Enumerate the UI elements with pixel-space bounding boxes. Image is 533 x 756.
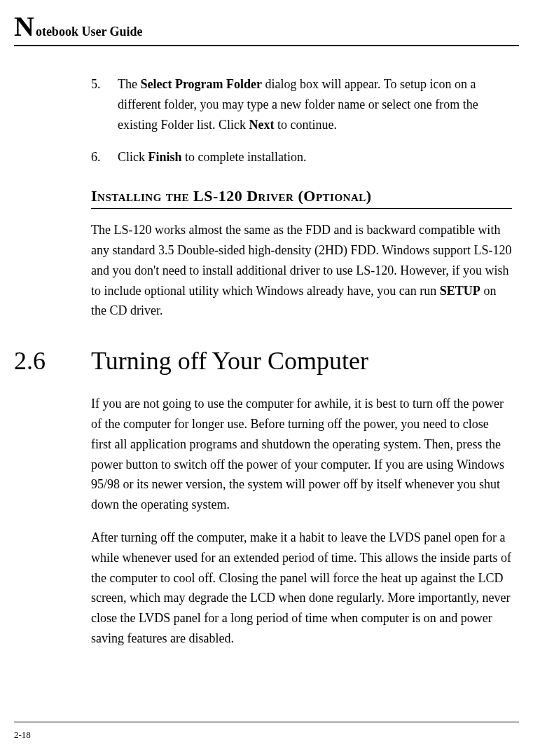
step-number: 6. [91,147,118,167]
page-content: 5. The Select Program Folder dialog box … [14,74,519,649]
paragraph-ls120: The LS-120 works almost the same as the … [91,220,512,321]
page-number: 2-18 [14,729,31,740]
subheading-ls120: Installing the LS-120 Driver (Optional) [91,187,512,209]
paragraph-turnoff-2: After turning off the computer, make it … [91,528,512,649]
step-text: Click Finish to complete installation. [118,147,512,167]
step-text: The Select Program Folder dialog box wil… [118,74,512,135]
step-5: 5. The Select Program Folder dialog box … [91,74,512,135]
header-title: otebook User Guide [36,25,143,39]
section-heading: 2.6 Turning off Your Computer [14,346,512,376]
paragraph-turnoff-1: If you are not going to use the computer… [91,394,512,515]
page-footer: 2-18 [14,722,519,741]
section-title: Turning off Your Computer [91,346,368,376]
step-6: 6. Click Finish to complete installation… [91,147,512,167]
step-number: 5. [91,74,118,135]
page-header: N otebook User Guide [14,13,519,46]
header-dropcap: N [14,13,34,41]
section-number: 2.6 [14,346,91,376]
